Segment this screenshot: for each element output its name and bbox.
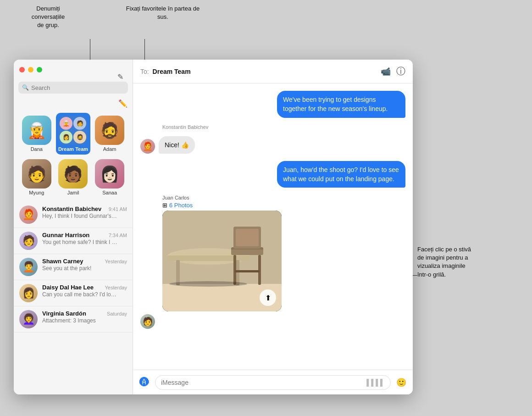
avatar-virginia: 👩‍🦱 xyxy=(19,310,38,328)
avatar-chat-juan: 🧑 xyxy=(140,314,155,329)
conv-time-konstantin: 9:41 AM xyxy=(109,206,127,212)
avatar-jamil: 🧑🏾 xyxy=(58,159,88,189)
svg-point-14 xyxy=(169,281,247,287)
conv-name-konstantin: Konstantin Babichev xyxy=(42,205,101,212)
conv-info-shawn: Shawn Carney Yesterday See you at the pa… xyxy=(42,258,127,272)
compose-overlay-icon: ✎ xyxy=(117,72,123,81)
favorite-jamil[interactable]: 🧑🏾 Jamil xyxy=(56,156,91,198)
conv-time-shawn: Yesterday xyxy=(105,259,127,264)
avatar-myung: 🧑 xyxy=(22,159,51,189)
bubble-sent-2: Juan, how'd the shoot go? I'd love to se… xyxy=(277,161,405,188)
avatar-shawn: 🧑‍🦱 xyxy=(19,258,38,276)
conv-time-virginia: Saturday xyxy=(107,311,127,316)
label-dream-team: Dream Team xyxy=(58,146,88,152)
sender-name-konstantin: Konstantin Babichev xyxy=(162,124,208,130)
conv-name-virginia: Virginia Sardón xyxy=(42,310,86,317)
svg-rect-11 xyxy=(233,255,236,285)
conv-shawn[interactable]: 🧑‍🦱 Shawn Carney Yesterday See you at th… xyxy=(14,254,133,280)
bubble-received-konstantin: Nice! 👍 xyxy=(159,136,195,154)
conv-gunnar[interactable]: 🧑 Gunnar Harrison 7:34 AM You get home s… xyxy=(14,228,133,254)
info-icon: ⓘ xyxy=(396,66,405,76)
label-adam: Adam xyxy=(103,146,116,152)
maximize-button[interactable] xyxy=(37,67,42,72)
callout-photo-stack: Faceți clic pe o stivă de imagini pentru… xyxy=(417,245,509,279)
close-button[interactable] xyxy=(19,67,25,72)
photo-count-text: 6 Photos xyxy=(169,202,193,209)
conv-preview-gunnar: You get home safe? I think I lost my wal… xyxy=(42,239,118,245)
chat-actions: 📹 ⓘ xyxy=(381,65,405,78)
conv-info-gunnar: Gunnar Harrison 7:34 AM You get home saf… xyxy=(42,232,127,245)
favorite-sanaa[interactable]: 👩🏻 Sanaa xyxy=(92,156,127,198)
conv-time-gunnar: 7:34 AM xyxy=(109,233,127,238)
chat-header: To: Dream Team 📹 ⓘ xyxy=(133,60,413,83)
audio-waveform-icon: ▌▌▌▌ xyxy=(366,379,385,386)
message-row-1: We've been trying to get designs togethe… xyxy=(140,91,405,118)
avatar-gunnar: 🧑 xyxy=(19,232,38,250)
conv-name-gunnar: Gunnar Harrison xyxy=(42,232,89,239)
photo-stack-section: Juan Carlos ⊞ 6 Photos xyxy=(162,195,405,311)
callout-pin-favorites: Fixați favoritele în partea de sus. xyxy=(124,5,202,21)
photo-stack[interactable]: ⬆ xyxy=(162,211,282,311)
emoji-icon: 🙂 xyxy=(396,378,406,387)
svg-rect-6 xyxy=(236,260,239,285)
svg-rect-12 xyxy=(258,255,261,285)
label-jamil: Jamil xyxy=(67,190,79,195)
conv-time-daisy: Yesterday xyxy=(105,285,127,290)
callout-group-name: Denumiți conversațiile de grup. xyxy=(18,5,78,30)
photo-sender-name: Juan Carlos xyxy=(162,195,189,200)
message-row-3: Juan, how'd the shoot go? I'd love to se… xyxy=(140,161,405,188)
messages-body: We've been trying to get designs togethe… xyxy=(133,83,413,370)
conv-daisy[interactable]: 👩 Daisy Dal Hae Lee Yesterday Can you ca… xyxy=(14,280,133,306)
conv-preview-konstantin: Hey, I think I found Gunnar's wallet. It… xyxy=(42,213,118,219)
imessage-input[interactable] xyxy=(161,379,366,386)
avatar-chat-konstantin: 🧑‍🦰 xyxy=(140,139,155,154)
video-icon: 📹 xyxy=(381,67,391,76)
photo-message-section: Juan Carlos ⊞ 6 Photos xyxy=(140,195,405,329)
avatar-adam: 🧔 xyxy=(95,116,124,145)
apps-button[interactable]: 🅐 xyxy=(138,376,151,389)
compose-overlay-button[interactable]: ✎ xyxy=(114,70,127,83)
messages-window: 🔍 ✏️ 🧝 Dana 🧝 🧑 👩 🧔 xyxy=(14,60,413,394)
photo-count-label: ⊞ 6 Photos xyxy=(162,202,405,209)
label-myung: Myung xyxy=(29,190,44,195)
sidebar: 🔍 ✏️ 🧝 Dana 🧝 🧑 👩 🧔 xyxy=(14,60,133,394)
compose-button[interactable]: ✏️ xyxy=(117,97,129,109)
info-button[interactable]: ⓘ xyxy=(396,65,405,78)
apps-icon: 🅐 xyxy=(139,377,150,388)
compose-icon: ✏️ xyxy=(118,99,127,108)
chat-title: To: Dream Team xyxy=(140,68,376,75)
conv-info-konstantin: Konstantin Babichev 9:41 AM Hey, I think… xyxy=(42,205,127,219)
search-icon: 🔍 xyxy=(22,84,29,91)
conversation-list: 🧑‍🦰 Konstantin Babichev 9:41 AM Hey, I t… xyxy=(14,202,133,394)
conv-info-daisy: Daisy Dal Hae Lee Yesterday Can you call… xyxy=(42,284,127,298)
search-input[interactable] xyxy=(31,84,124,91)
svg-rect-10 xyxy=(231,250,263,255)
sender-label-konstantin: Konstantin Babichev xyxy=(140,122,405,131)
svg-rect-5 xyxy=(176,260,180,285)
avatar-konstantin: 🧑‍🦰 xyxy=(19,205,38,224)
favorite-dream-team[interactable]: 🧝 🧑 👩 🧔 Dream Team xyxy=(56,113,91,155)
favorite-myung[interactable]: 🧑 Myung xyxy=(19,156,54,198)
avatar-sanaa: 👩🏻 xyxy=(95,159,124,189)
share-icon: ⬆ xyxy=(265,294,271,302)
minimize-button[interactable] xyxy=(28,67,33,72)
conv-virginia[interactable]: 👩‍🦱 Virginia Sardón Saturday Attachment:… xyxy=(14,306,133,333)
conv-konstantin[interactable]: 🧑‍🦰 Konstantin Babichev 9:41 AM Hey, I t… xyxy=(14,202,133,228)
conv-name-shawn: Shawn Carney xyxy=(42,258,83,265)
photo-row-with-avatar: 🧑 xyxy=(140,314,405,329)
video-call-button[interactable]: 📹 xyxy=(381,65,391,78)
search-bar[interactable]: 🔍 xyxy=(18,82,128,94)
conv-preview-virginia: Attachment: 3 Images xyxy=(42,317,118,324)
emoji-button[interactable]: 🙂 xyxy=(394,376,408,389)
svg-rect-2 xyxy=(162,211,282,284)
imessage-input-container[interactable]: ▌▌▌▌ xyxy=(155,375,391,390)
favorite-adam[interactable]: 🧔 Adam xyxy=(92,113,127,155)
label-dana: Dana xyxy=(31,146,43,152)
svg-rect-9 xyxy=(236,229,259,246)
favorite-dana[interactable]: 🧝 Dana xyxy=(19,113,54,155)
label-sanaa: Sanaa xyxy=(102,190,117,195)
avatar-daisy: 👩 xyxy=(19,284,38,302)
svg-rect-13 xyxy=(235,270,260,272)
message-row-2: 🧑‍🦰 Nice! 👍 xyxy=(140,136,405,154)
photo-sender-info: Juan Carlos xyxy=(162,195,405,200)
